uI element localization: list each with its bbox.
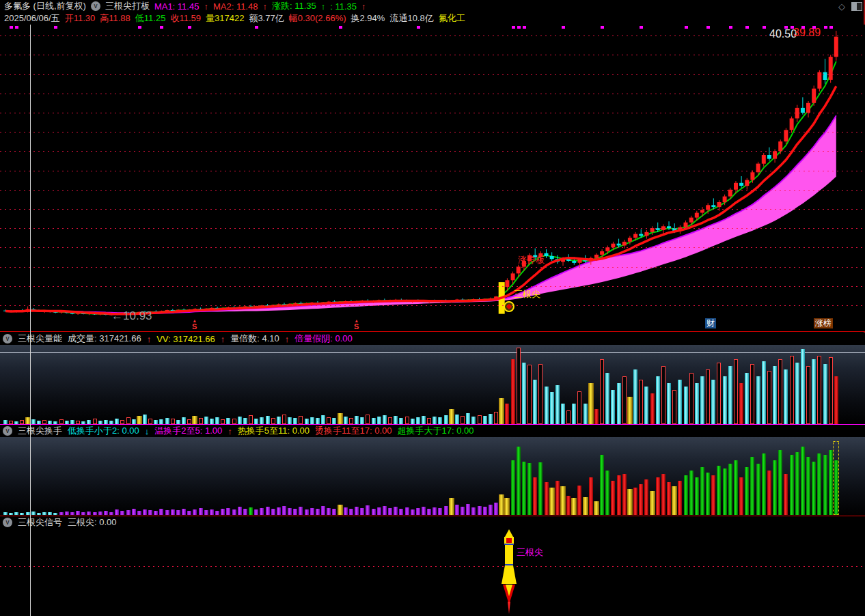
volume-bar [489,414,493,424]
volume-bar [706,369,710,424]
volume-bar [611,390,615,424]
indicator-title[interactable]: 三根尖打板 [105,0,150,12]
split-window-icon[interactable] [851,2,862,11]
volume-bar [723,376,727,424]
turnover-bar [633,488,637,515]
quote-amplitude: 幅0.30(2.66%) [289,12,346,25]
main-chart[interactable]: ←10.93 40.50 39.89 涨停板 三根尖 ▴S ▴S 财 涨榜 [0,25,865,332]
volume-bar [120,420,124,424]
turnover-bar [148,510,152,515]
volume-bar [678,380,682,424]
volume-bar [767,371,771,424]
turnover-bar [76,511,80,515]
volume-bar [355,416,359,424]
turnover-bar [571,498,577,515]
turnover-bar [143,509,147,515]
chevron-down-icon[interactable]: v [3,518,12,527]
turnover-bar [504,498,510,515]
turnover-bar [87,512,91,515]
volume-bar [438,417,442,424]
extra-value: : 11.35 [330,1,357,12]
turnover-bar [555,481,560,515]
volume-bar [695,383,699,424]
turnover-bar [115,509,119,515]
turnover-bar [199,508,203,515]
volume-bar [728,366,732,424]
turnover-bar [422,507,426,515]
turnover-bar [360,508,364,515]
volume-bar [344,417,348,424]
volume-bar [65,421,69,424]
volume-bar [154,420,158,424]
turnover-bar [801,447,805,515]
chevron-down-icon[interactable]: v [91,1,100,11]
volume-bar [199,418,203,424]
turnover-bar [377,507,381,515]
volume-bar [37,421,41,424]
volume-bar [538,364,543,424]
turnover-bar [672,486,677,515]
turnover-bar [226,508,230,515]
turnover-bar [243,509,247,515]
turnover-bar [210,509,214,515]
turnover-bar [806,457,810,515]
turnover-bar [65,512,69,515]
cai-badge[interactable]: 财 [705,318,716,328]
signal-field: 三根尖: 0.00 [68,516,117,529]
turnover-bar [739,477,743,515]
turnover-bar [293,509,297,515]
field-arrow: ↑ [285,334,290,344]
warm-turnover-field: 温换手2至5: 1.00 [154,425,222,437]
price-gridline [0,55,865,55]
turnover-bar [26,512,30,515]
turnover-bar [471,507,476,515]
volume-bar [165,418,169,424]
volume-bar [226,418,230,424]
chevron-down-icon[interactable]: v [3,426,12,436]
volume-bar [806,366,810,424]
turnover-bar [372,509,376,515]
field-arrow: ↑ [228,426,232,436]
volume-bar [444,415,448,424]
turnover-bar [187,511,191,515]
volume-bar [238,417,242,424]
price-gridline [0,132,865,132]
crosshair-line[interactable] [30,25,31,616]
ma2-arrow: ↑ [262,1,267,12]
chevron-down-icon[interactable]: v [3,334,12,344]
volume-bar [9,421,13,424]
signal-dot [15,26,18,29]
turnover-panel-title: 三根尖换手 [18,425,62,437]
volume-bar [143,415,147,424]
turnover-bar [254,509,258,515]
turnover-bar [132,509,136,515]
turnover-chart[interactable] [0,437,865,516]
turnover-bar [700,467,704,515]
volume-bar [115,419,119,424]
rank-badge[interactable]: 涨榜 [814,318,833,328]
volume-bar [405,417,409,424]
volume-bar [232,419,236,424]
volume-bar [511,359,515,424]
volume-bar [627,397,633,424]
turnover-bar [355,507,359,515]
turnover-bar [717,466,721,515]
volume-bar [349,418,353,424]
turnover-bar [394,507,398,515]
volume-bar [684,387,688,424]
turnover-bar [405,507,409,515]
quote-open: 开11.30 [65,12,96,25]
volume-bar [550,392,554,424]
turnover-bar [494,503,498,515]
price-gridline [0,113,865,113]
signal-dot [188,26,191,29]
turnover-bar [483,507,487,515]
volume-bar [583,404,588,424]
turnover-bar [644,479,648,515]
diamond-icon[interactable]: ◇ [838,1,845,12]
quote-industry[interactable]: 氟化工 [439,12,465,25]
turnover-bar [695,477,699,515]
turnover-bar [182,509,186,515]
volume-chart[interactable] [0,345,865,425]
signal-chart[interactable]: 三根尖 [0,528,865,616]
